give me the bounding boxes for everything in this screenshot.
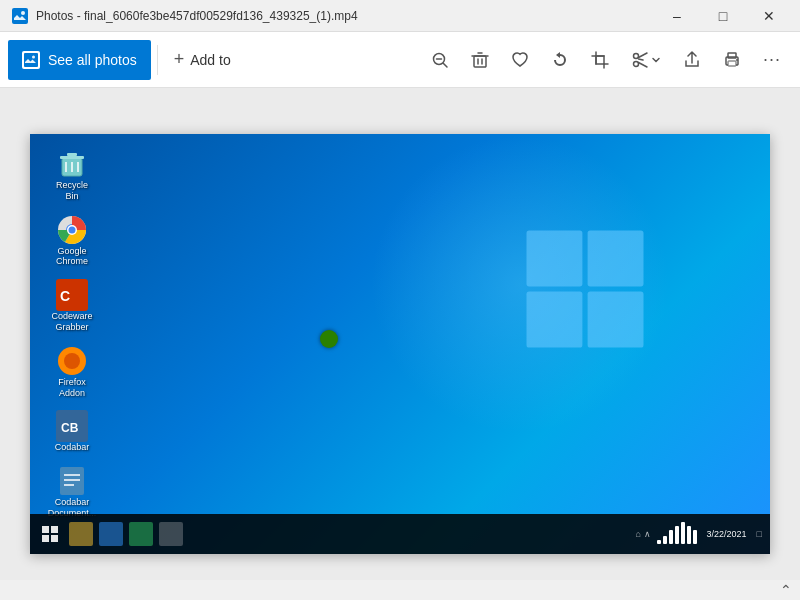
title-bar: Photos - final_6060fe3be457df00529fd136_… xyxy=(0,0,800,32)
codeware-icon: C xyxy=(56,279,88,311)
navigate-arrow[interactable]: ⌃ xyxy=(780,582,792,598)
bar-2 xyxy=(663,536,667,544)
bar-1 xyxy=(657,540,661,544)
desktop-icon-firefox: FirefoxAddon xyxy=(40,341,104,403)
more-button[interactable]: ··· xyxy=(752,40,792,80)
title-bar-controls: – □ ✕ xyxy=(654,0,792,32)
rotate-button[interactable] xyxy=(540,40,580,80)
favorite-button[interactable] xyxy=(500,40,540,80)
heart-icon xyxy=(511,51,529,69)
video-frame: RecycleBin GoogleChrome xyxy=(30,134,770,554)
desktop-icon-codeware: C CodewareGrabber xyxy=(40,275,104,337)
taskbar-browser[interactable] xyxy=(99,522,123,546)
taskbar-settings[interactable] xyxy=(159,522,183,546)
desktop-icon-chrome: GoogleChrome xyxy=(40,210,104,272)
svg-point-39 xyxy=(64,353,80,369)
maximize-button[interactable]: □ xyxy=(700,0,746,32)
recycle-bin-icon xyxy=(56,148,88,180)
svg-rect-2 xyxy=(24,53,38,67)
svg-rect-31 xyxy=(67,153,77,156)
bar-4 xyxy=(675,526,679,544)
crop-icon xyxy=(591,51,609,69)
delete-icon xyxy=(471,51,489,69)
svg-point-35 xyxy=(69,226,76,233)
svg-text:C: C xyxy=(60,288,70,304)
crop-button[interactable] xyxy=(580,40,620,80)
share-button[interactable] xyxy=(672,40,712,80)
delete-button[interactable] xyxy=(460,40,500,80)
title-bar-left: Photos - final_6060fe3be457df00529fd136_… xyxy=(12,8,358,24)
taskbar-file-explorer[interactable] xyxy=(69,522,93,546)
cursor-dot xyxy=(320,330,338,348)
windows-start-icon xyxy=(41,525,59,543)
svg-line-5 xyxy=(444,63,448,67)
desktop-icon-recycle: RecycleBin xyxy=(40,144,104,206)
taskbar: ⌂ ∧ 3/22/2021 □ xyxy=(30,514,770,554)
zoom-button[interactable] xyxy=(420,40,460,80)
svg-rect-50 xyxy=(42,526,49,533)
svg-point-18 xyxy=(634,53,639,58)
recycle-bin-label: RecycleBin xyxy=(56,180,88,202)
volume-bars xyxy=(657,524,697,544)
bar-3 xyxy=(669,530,673,544)
svg-rect-48 xyxy=(527,292,583,348)
bottom-strip: ⌃ xyxy=(0,580,800,600)
scissors-icon xyxy=(631,51,649,69)
svg-line-21 xyxy=(639,59,644,60)
codabar-label: Codabar xyxy=(55,442,90,453)
svg-rect-47 xyxy=(588,231,644,287)
svg-line-20 xyxy=(639,62,648,67)
content-area: RecycleBin GoogleChrome xyxy=(0,88,800,600)
chrome-label: GoogleChrome xyxy=(56,246,88,268)
system-tray: ⌂ ∧ 3/22/2021 □ xyxy=(636,524,766,544)
svg-rect-51 xyxy=(51,526,58,533)
desktop-icon-codabar: CB Codabar xyxy=(40,406,104,457)
chrome-icon xyxy=(56,214,88,246)
bar-6 xyxy=(687,526,691,544)
svg-rect-0 xyxy=(12,8,28,24)
svg-rect-49 xyxy=(588,292,644,348)
chevron-down-icon xyxy=(651,55,661,65)
tray-icons: ⌂ ∧ xyxy=(636,529,651,539)
notification-icon: □ xyxy=(757,529,762,539)
start-button[interactable] xyxy=(34,518,66,550)
zoom-icon xyxy=(431,51,449,69)
firefox-icon xyxy=(56,345,88,377)
see-all-photos-button[interactable]: See all photos xyxy=(8,40,151,80)
svg-rect-23 xyxy=(728,61,736,66)
desktop-screenshot: RecycleBin GoogleChrome xyxy=(30,134,770,554)
add-to-button[interactable]: + Add to xyxy=(164,40,241,80)
taskbar-clock: 3/22/2021 xyxy=(707,529,747,539)
window-title: Photos - final_6060fe3be457df00529fd136_… xyxy=(36,9,358,23)
svg-rect-14 xyxy=(596,56,604,64)
svg-rect-46 xyxy=(527,231,583,287)
rotate-icon xyxy=(551,51,569,69)
minimize-button[interactable]: – xyxy=(654,0,700,32)
edit-button[interactable] xyxy=(620,40,672,80)
codabar-icon: CB xyxy=(56,410,88,442)
firefox-label: FirefoxAddon xyxy=(58,377,86,399)
svg-rect-24 xyxy=(728,53,736,58)
bar-7 xyxy=(693,530,697,544)
see-all-photos-label: See all photos xyxy=(48,52,137,68)
share-icon xyxy=(683,51,701,69)
windows-logo xyxy=(520,224,650,354)
print-button[interactable] xyxy=(712,40,752,80)
taskbar-shield[interactable] xyxy=(129,522,153,546)
codeware-label: CodewareGrabber xyxy=(51,311,92,333)
bar-5 xyxy=(681,522,685,544)
svg-point-1 xyxy=(21,11,25,15)
svg-point-3 xyxy=(32,55,35,58)
photos-icon xyxy=(22,51,40,69)
add-to-label: Add to xyxy=(190,52,230,68)
taskbar-date: 3/22/2021 xyxy=(707,529,747,539)
codabar-doc-icon xyxy=(56,465,88,497)
print-icon xyxy=(723,51,741,69)
svg-text:CB: CB xyxy=(61,421,79,435)
app-icon xyxy=(12,8,28,24)
svg-rect-7 xyxy=(474,56,486,67)
svg-point-17 xyxy=(634,61,639,66)
svg-rect-52 xyxy=(42,535,49,542)
svg-line-19 xyxy=(639,53,648,58)
close-button[interactable]: ✕ xyxy=(746,0,792,32)
